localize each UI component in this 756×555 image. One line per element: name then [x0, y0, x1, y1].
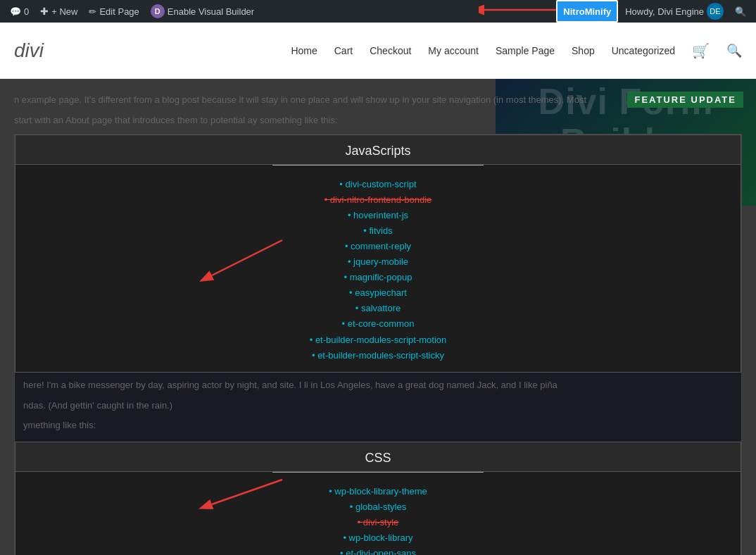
divi-icon: D — [151, 4, 165, 18]
nav-link-home[interactable]: Home — [291, 45, 317, 56]
js-script-list: • divi-custom-script • divi-nitro-fronte… — [15, 171, 741, 372]
nav-item-myaccount[interactable]: My account — [428, 44, 479, 57]
css-item: • wp-block-library — [15, 530, 741, 546]
nav-menu: Home Cart Checkout My account Sample Pag… — [291, 42, 742, 59]
edit-page-label: Edit Page — [99, 6, 139, 17]
script-item: • fitvids — [15, 223, 741, 239]
script-item: • salvattore — [15, 301, 741, 316]
howdy-menu[interactable]: Howdy, Divi Engine DE — [621, 0, 728, 23]
nav-link-uncategorized[interactable]: Uncategorized — [612, 45, 675, 56]
comments-link[interactable]: 💬 0 — [6, 0, 33, 23]
inter-section-text: here! I'm a bike messenger by day, aspir… — [15, 373, 741, 442]
plus-icon: ✚ — [40, 6, 49, 17]
page-text-5: ymething like this: — [23, 418, 733, 433]
content-area: n example page. It's different from a bl… — [0, 79, 756, 555]
nitrominify-button[interactable]: NitroMinify — [556, 0, 618, 23]
script-item: • magnific-popup — [15, 270, 741, 285]
css-divider — [272, 472, 484, 473]
comment-icon: 💬 — [10, 6, 21, 17]
nav-link-sample[interactable]: Sample Page — [496, 45, 555, 56]
enable-visual-builder-label: Enable Visual Builder — [168, 6, 254, 17]
edit-page-link[interactable]: ✏ Edit Page — [84, 0, 143, 23]
script-item: • et-core-common — [15, 316, 741, 332]
nav-item-sample[interactable]: Sample Page — [496, 44, 555, 57]
css-title: CSS — [15, 442, 741, 472]
js-divider — [272, 165, 484, 166]
new-label: + New — [51, 6, 77, 17]
script-item: • jquery-mobile — [15, 254, 741, 270]
nav-item-cart[interactable]: Cart — [334, 44, 353, 57]
nav-link-checkout[interactable]: Checkout — [370, 45, 411, 56]
css-item: • divi-style — [15, 515, 741, 530]
nav-item-shop[interactable]: Shop — [572, 44, 595, 57]
nav-link-myaccount[interactable]: My account — [428, 45, 479, 56]
new-link[interactable]: ✚ + New — [36, 0, 82, 23]
page-text-1: n example page. It's different from a bl… — [14, 93, 742, 108]
nav-item-checkout[interactable]: Checkout — [370, 44, 411, 57]
script-item: • easypiechart — [15, 285, 741, 301]
page-text-2: start with an About page that introduces… — [14, 113, 742, 128]
howdy-text: Howdy, Divi Engine — [625, 6, 704, 17]
nav-link-shop[interactable]: Shop — [572, 45, 595, 56]
nitrominify-label: NitroMinify — [563, 6, 611, 17]
javascripts-title: JavaScripts — [15, 135, 741, 165]
javascripts-section: JavaScripts • divi-custom-script • divi-… — [15, 135, 741, 373]
css-section: CSS • wp-block-library-theme • global-st… — [15, 442, 741, 555]
nav-cart-icon[interactable]: 🛒 — [692, 42, 710, 59]
script-item: • et-builder-modules-script-sticky — [15, 348, 741, 363]
nav-item-home[interactable]: Home — [291, 44, 317, 57]
divi-menu[interactable]: D Enable Visual Builder — [146, 0, 258, 23]
css-script-list: • wp-block-library-theme • global-styles… — [15, 478, 741, 555]
nav-item-uncategorized[interactable]: Uncategorized — [612, 44, 675, 57]
nitrominify-arrow — [479, 0, 563, 21]
script-item: • hoverintent-js — [15, 208, 741, 223]
site-logo[interactable]: divi — [14, 39, 291, 62]
nav-search-icon[interactable]: 🔍 — [726, 43, 742, 58]
nitrominify-panel: JavaScripts • divi-custom-script • divi-… — [14, 134, 742, 555]
main-navigation: divi Home Cart Checkout My account Sampl… — [0, 23, 756, 79]
script-item: • divi-nitro-frontend-bondie — [15, 192, 741, 208]
css-item: • global-styles — [15, 499, 741, 515]
css-item: • et-divi-open-sans — [15, 546, 741, 555]
admin-search-icon[interactable]: 🔍 — [731, 1, 750, 21]
page-text-3: here! I'm a bike messenger by day, aspir… — [23, 378, 733, 393]
page-text-4: ndas. (And gettin' caught in the rain.) — [23, 399, 733, 413]
css-item: • wp-block-library-theme — [15, 484, 741, 499]
admin-bar: 💬 0 ✚ + New ✏ Edit Page D Enable Visual … — [0, 0, 756, 23]
script-item: • et-builder-modules-script-motion — [15, 332, 741, 348]
pencil-icon: ✏ — [89, 6, 96, 17]
script-item: • divi-custom-script — [15, 177, 741, 192]
comment-count: 0 — [24, 6, 29, 17]
user-avatar: DE — [707, 3, 724, 20]
script-item: • comment-reply — [15, 239, 741, 254]
nav-link-cart[interactable]: Cart — [334, 45, 353, 56]
